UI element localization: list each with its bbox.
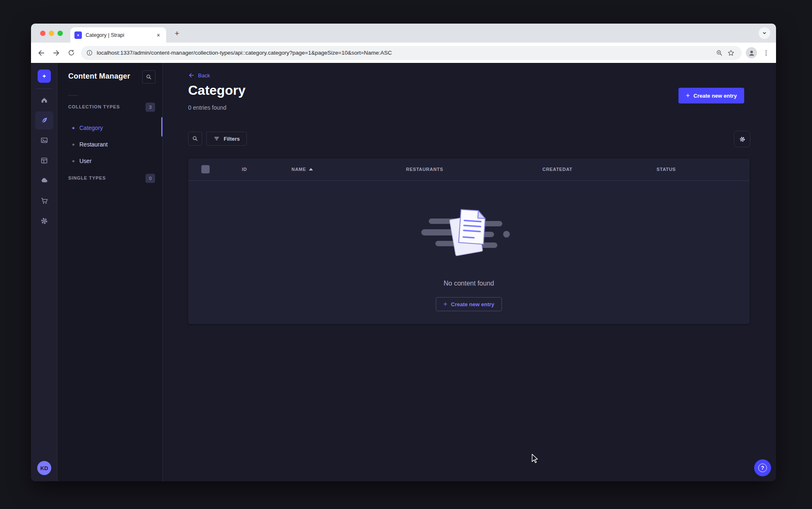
nav-item-label: Category [79,125,103,131]
empty-create-new-entry-button[interactable]: + Create new entry [436,297,502,311]
create-new-entry-label: Create new entry [693,93,737,99]
question-mark-icon: ? [758,463,767,472]
minimize-window-button[interactable] [49,31,54,36]
sidebar-item-deploy[interactable] [35,171,53,190]
back-link[interactable]: Back [188,72,210,79]
single-types-count-badge: 0 [146,174,155,183]
sidebar-item-restaurant[interactable]: Restaurant [72,139,107,149]
url-text[interactable]: localhost:1337/admin/content-manager/col… [97,50,714,56]
strapi-favicon-icon [74,31,82,39]
single-types-section-label: SINGLE TYPES [68,175,106,180]
sidebar-item-media-library[interactable] [35,131,53,149]
empty-create-label: Create new entry [451,301,494,307]
bullet-icon [72,127,74,129]
tab-search-chevron-icon[interactable] [759,27,770,39]
nav-item-label: Restaurant [79,141,107,148]
panel-divider [68,95,78,96]
filters-label: Filters [224,136,240,142]
zoom-icon[interactable] [714,47,725,59]
select-all-checkbox[interactable] [201,165,210,173]
sidebar-item-user[interactable]: User [72,156,92,166]
plus-icon: + [443,301,447,307]
plus-icon: + [686,92,690,99]
collection-types-section-label: COLLECTION TYPES [68,104,120,109]
column-header-name[interactable]: NAME [291,167,313,172]
sidebar-item-content-manager[interactable] [35,111,53,130]
bullet-icon [72,144,74,146]
strapi-app: KD Content Manager COLLECTION TYPES 3 Ca… [31,63,776,481]
empty-documents-illustration [421,204,516,267]
browser-tab[interactable]: Category | Strapi × [70,27,166,43]
content-manager-panel: Content Manager COLLECTION TYPES 3 Categ… [57,63,163,481]
new-tab-button[interactable]: + [172,28,182,39]
browser-window: Category | Strapi × + localhost:1337/adm… [31,24,776,481]
sidebar-item-settings[interactable] [35,212,53,230]
active-item-indicator [161,117,162,137]
fullscreen-window-button[interactable] [57,31,63,36]
sort-ascending-icon [309,168,313,170]
rail-divider [36,89,53,89]
bullet-icon [72,160,74,162]
panel-search-button[interactable] [142,70,155,84]
create-new-entry-button[interactable]: + Create new entry [678,88,744,103]
close-window-button[interactable] [40,31,45,36]
panel-title: Content Manager [68,72,130,81]
empty-state: No content found + Create new entry [188,180,750,311]
sidebar-item-category[interactable]: Category [72,123,103,133]
gear-icon [739,136,746,143]
main-navigation-rail: KD [31,63,57,481]
user-avatar[interactable]: KD [37,461,51,475]
browser-profile-icon[interactable] [746,47,757,58]
back-link-label: Back [198,72,210,79]
browser-tab-strip: Category | Strapi × + [31,24,776,43]
back-icon[interactable] [35,47,48,59]
nav-item-label: User [79,158,92,164]
strapi-logo[interactable] [38,70,51,83]
sidebar-item-marketplace[interactable] [35,192,53,210]
column-header-id[interactable]: ID [242,167,247,172]
sidebar-item-home[interactable] [35,91,53,109]
empty-state-message: No content found [444,280,494,287]
column-header-restaurants[interactable]: RESTAURANTS [406,167,443,172]
bookmark-star-icon[interactable] [725,47,737,59]
site-info-icon[interactable] [86,49,93,56]
entries-table: ID NAME RESTAURANTS CREATEDAT STATUS [188,158,750,324]
page-title: Category [188,83,246,98]
main-content: Back Category 0 entries found + Create n… [163,63,776,481]
column-header-createdat[interactable]: CREATEDAT [542,167,573,172]
help-button[interactable]: ? [754,459,771,476]
filter-icon [213,135,220,142]
browser-menu-icon[interactable] [760,47,772,59]
tab-close-icon[interactable]: × [155,31,162,39]
entries-count: 0 entries found [188,104,227,111]
view-settings-button[interactable] [734,131,750,147]
table-search-button[interactable] [188,132,202,146]
sidebar-item-content-type-builder[interactable] [35,151,53,170]
collection-types-count-badge: 3 [146,103,155,112]
column-header-status[interactable]: STATUS [657,167,676,172]
reload-icon[interactable] [65,47,77,59]
browser-toolbar: localhost:1337/admin/content-manager/col… [31,43,776,63]
forward-icon[interactable] [50,47,62,59]
filters-button[interactable]: Filters [206,132,247,146]
tab-title: Category | Strapi [86,32,155,38]
url-bar[interactable]: localhost:1337/admin/content-manager/col… [81,46,742,60]
